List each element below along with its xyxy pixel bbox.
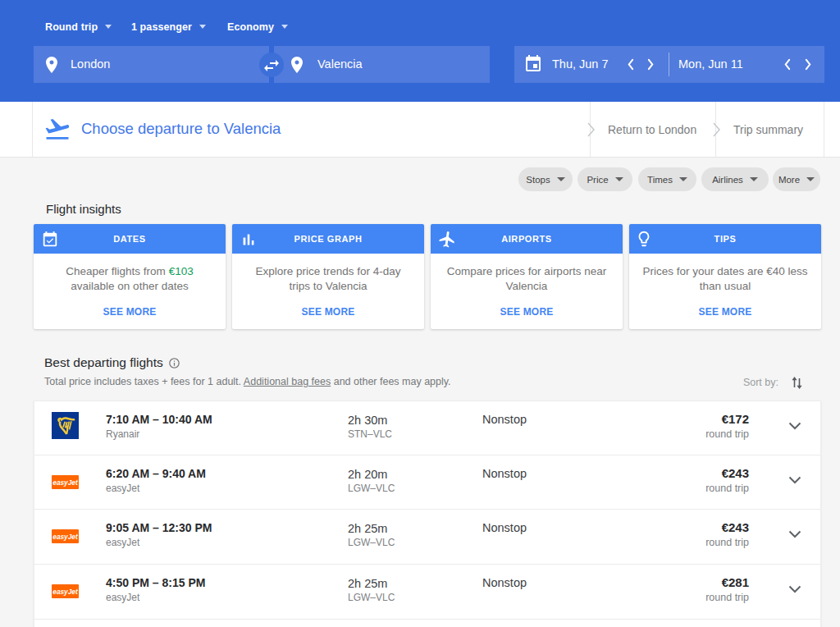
svg-text:easyJet: easyJet: [52, 533, 79, 541]
svg-text:easyJet: easyJet: [52, 588, 79, 596]
svg-text:easyJet: easyJet: [52, 478, 79, 487]
